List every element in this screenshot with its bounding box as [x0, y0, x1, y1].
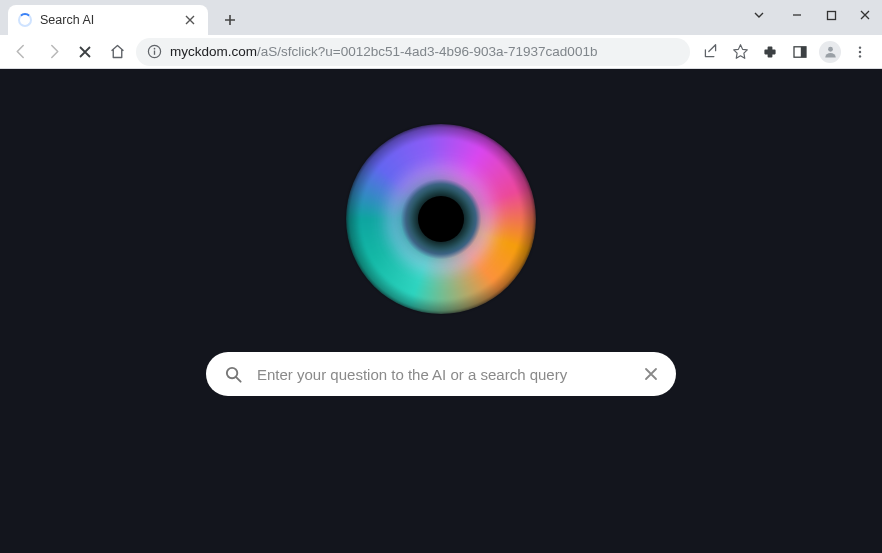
window-controls [742, 0, 882, 30]
browser-tab[interactable]: Search AI [8, 5, 208, 35]
url-text: myckdom.com/aS/sfclick?u=0012bc51-4ad3-4… [170, 44, 597, 59]
window-maximize-button[interactable] [814, 0, 848, 30]
avatar-icon [819, 41, 841, 63]
profile-button[interactable] [816, 38, 844, 66]
tab-close-button[interactable] [182, 12, 198, 28]
site-info-icon[interactable] [146, 44, 162, 60]
tab-title: Search AI [40, 13, 94, 27]
nav-stop-button[interactable] [72, 39, 98, 65]
svg-rect-5 [801, 46, 806, 56]
tab-search-button[interactable] [742, 0, 776, 30]
svg-point-2 [153, 48, 155, 50]
clear-icon[interactable] [644, 367, 658, 381]
nav-forward-button[interactable] [40, 39, 66, 65]
window-close-button[interactable] [848, 0, 882, 30]
hero-logo [346, 124, 536, 314]
search-input[interactable] [257, 366, 630, 383]
sidepanel-button[interactable] [786, 38, 814, 66]
page-content [0, 69, 882, 553]
svg-point-7 [859, 46, 861, 48]
search-icon [224, 365, 243, 384]
svg-rect-0 [827, 11, 835, 19]
browser-titlebar: Search AI [0, 0, 882, 35]
search-bar[interactable] [206, 352, 676, 396]
svg-point-6 [828, 47, 833, 52]
window-minimize-button[interactable] [780, 0, 814, 30]
extensions-button[interactable] [756, 38, 784, 66]
svg-point-8 [859, 50, 861, 52]
menu-button[interactable] [846, 38, 874, 66]
svg-rect-3 [153, 51, 154, 55]
new-tab-button[interactable] [216, 6, 244, 34]
url-path: /aS/sfclick?u=0012bc51-4ad3-4b96-903a-71… [257, 44, 597, 59]
share-button[interactable] [696, 38, 724, 66]
url-host: myckdom.com [170, 44, 257, 59]
nav-home-button[interactable] [104, 39, 130, 65]
svg-point-9 [859, 55, 861, 57]
loading-spinner-icon [18, 13, 32, 27]
address-bar[interactable]: myckdom.com/aS/sfclick?u=0012bc51-4ad3-4… [136, 38, 690, 66]
browser-toolbar: myckdom.com/aS/sfclick?u=0012bc51-4ad3-4… [0, 35, 882, 69]
nav-back-button[interactable] [8, 39, 34, 65]
bookmark-button[interactable] [726, 38, 754, 66]
